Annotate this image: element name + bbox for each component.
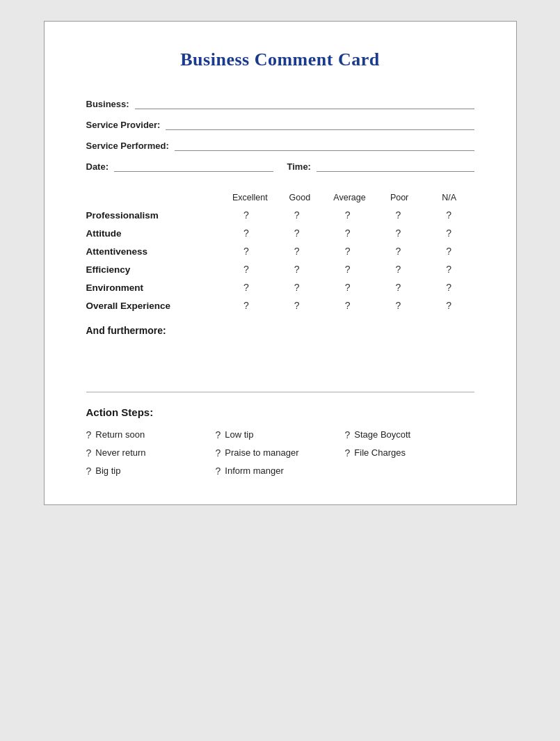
action-item-text: Inform manger [225, 465, 284, 476]
service-provider-field-row: Service Provider: [86, 119, 474, 130]
service-provider-label: Service Provider: [86, 120, 161, 130]
rating-cell[interactable]: ? [271, 264, 322, 275]
rating-cell[interactable]: ? [424, 209, 474, 221]
service-provider-input-line[interactable] [166, 119, 474, 130]
action-item-text: Low tip [225, 429, 253, 440]
action-bullet: ? [345, 429, 351, 440]
service-performed-field-row: Service Performed: [86, 140, 474, 151]
rating-row-label: Professionalism [86, 210, 221, 221]
rating-row-label: Overall Experience [86, 301, 221, 311]
rating-cell[interactable]: ? [424, 264, 474, 275]
action-bullet: ? [86, 447, 92, 459]
rating-cell[interactable]: ? [221, 209, 272, 221]
rating-cell[interactable]: ? [322, 246, 373, 257]
card-container: Business Comment Card Business: Service … [44, 21, 517, 505]
rating-cell[interactable]: ? [373, 282, 424, 293]
time-label: Time: [287, 161, 311, 172]
rating-row-label: Attentiveness [86, 246, 221, 257]
rating-cell[interactable]: ? [271, 209, 322, 221]
rating-row: Overall Experience????? [86, 300, 474, 311]
rating-cell[interactable]: ? [271, 228, 322, 239]
action-item-text: Big tip [95, 465, 120, 476]
rating-row: Efficiency????? [86, 264, 474, 275]
action-item: ?Low tip [216, 429, 345, 440]
service-performed-input-line[interactable] [175, 140, 474, 151]
furthermore-title: And furthermore: [86, 325, 474, 336]
rating-cell[interactable]: ? [322, 264, 373, 275]
rating-row-label: Attitude [86, 228, 221, 239]
rating-cell[interactable]: ? [271, 246, 322, 257]
action-bullet: ? [86, 429, 92, 440]
rating-cell[interactable]: ? [221, 228, 272, 239]
rating-cell[interactable]: ? [373, 246, 424, 257]
col-header-poor: Poor [374, 193, 424, 202]
rating-header-row: ExcellentGoodAveragePoorN/A [86, 193, 474, 202]
action-bullet: ? [216, 465, 221, 477]
rating-row: Attentiveness????? [86, 246, 474, 257]
action-item: ?Praise to manager [216, 447, 345, 459]
rating-section: ExcellentGoodAveragePoorN/A Professional… [86, 193, 474, 311]
rating-cell[interactable]: ? [373, 228, 424, 239]
date-input-line[interactable] [114, 161, 273, 172]
action-item: ?Stage Boycott [345, 429, 474, 440]
rating-cell[interactable]: ? [424, 282, 474, 293]
fields-section: Business: Service Provider: Service Perf… [86, 98, 474, 172]
action-item [345, 465, 474, 477]
action-item: ?File Charges [345, 447, 474, 459]
action-steps-section: Action Steps: ?Return soon?Low tip?Stage… [86, 406, 474, 477]
rating-row-label: Environment [86, 282, 221, 293]
date-time-row: Date: Time: [86, 161, 474, 172]
action-item-text: Praise to manager [225, 447, 298, 458]
time-input-line[interactable] [317, 161, 474, 172]
action-steps-grid: ?Return soon?Low tip?Stage Boycott?Never… [86, 429, 474, 477]
date-label: Date: [86, 161, 109, 172]
col-header-excellent: Excellent [225, 193, 275, 202]
col-header-average: Average [325, 193, 375, 202]
rating-cell[interactable]: ? [373, 264, 424, 275]
action-item: ?Never return [86, 447, 216, 459]
action-item: ?Inform manger [216, 465, 345, 477]
rating-cell[interactable]: ? [373, 300, 424, 311]
rating-cell[interactable]: ? [424, 246, 474, 257]
rating-cell[interactable]: ? [221, 300, 272, 311]
action-item-text: Never return [95, 447, 145, 458]
date-field: Date: [86, 161, 273, 172]
action-bullet: ? [86, 465, 92, 477]
rating-cell[interactable]: ? [322, 282, 373, 293]
rating-cell[interactable]: ? [424, 300, 474, 311]
rating-row: Professionalism????? [86, 209, 474, 221]
rating-cell[interactable]: ? [373, 209, 424, 221]
rating-cell[interactable]: ? [424, 228, 474, 239]
action-item-text: Return soon [95, 429, 145, 440]
rating-cell[interactable]: ? [322, 228, 373, 239]
time-field: Time: [287, 161, 474, 172]
business-input-line[interactable] [135, 98, 474, 109]
rating-cell[interactable]: ? [271, 300, 322, 311]
action-bullet: ? [216, 429, 221, 440]
action-item: ?Big tip [86, 465, 216, 477]
page-title: Business Comment Card [86, 49, 474, 70]
rating-cell[interactable]: ? [271, 282, 322, 293]
rating-cell[interactable]: ? [322, 209, 373, 221]
action-bullet: ? [216, 447, 221, 459]
business-field-row: Business: [86, 98, 474, 109]
rating-row: Attitude????? [86, 228, 474, 239]
action-steps-title: Action Steps: [86, 406, 474, 418]
service-performed-label: Service Performed: [86, 141, 169, 151]
rating-row-label: Efficiency [86, 264, 221, 275]
rating-cell[interactable]: ? [221, 264, 272, 275]
col-header-n/a: N/A [424, 193, 474, 202]
rating-cell[interactable]: ? [322, 300, 373, 311]
col-header-good: Good [275, 193, 325, 202]
rating-row: Environment????? [86, 282, 474, 293]
action-item: ?Return soon [86, 429, 216, 440]
action-item-text: File Charges [354, 447, 406, 458]
rating-cell[interactable]: ? [221, 246, 272, 257]
business-label: Business: [86, 99, 129, 109]
rating-cell[interactable]: ? [221, 282, 272, 293]
action-item-text: Stage Boycott [354, 429, 410, 440]
section-divider [86, 392, 474, 392]
action-bullet: ? [345, 447, 351, 459]
furthermore-section: And furthermore: [86, 325, 474, 336]
